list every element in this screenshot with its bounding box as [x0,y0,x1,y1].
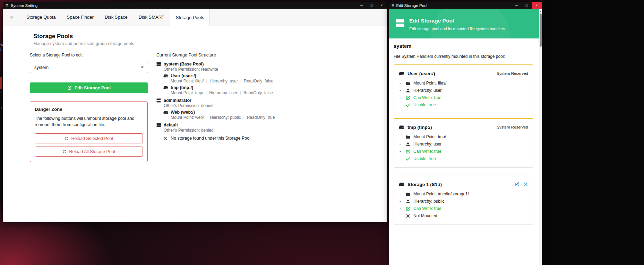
tab-space-finder[interactable]: Space Finder [61,9,99,26]
remove-handler-icon[interactable] [523,182,528,187]
folder-icon [406,135,410,139]
scroll-up-arrow-icon[interactable]: ▲ [539,9,542,13]
folder-icon [406,81,410,86]
storage-node: Web (web:/) Mount Point: web/|Hierarchy:… [163,110,275,120]
banner-subtitle: Edit storage pool and its mounted file s… [409,27,505,31]
refresh-icon [65,136,69,141]
edit-pool-content: system File System Handlers currently mo… [389,38,539,265]
pool-node-default: default Other's Permission: denied No st… [156,123,275,141]
structure-title: Current Storage Pool Structure [156,53,216,58]
close-button[interactable]: × [377,2,387,9]
storage-name: Web (web:/) [171,110,195,115]
handler-actions [515,182,528,187]
window-title: Edit Storage Pool [396,3,428,8]
page-title: Storage Pools [33,33,73,40]
storage-pool-select[interactable]: system [30,62,148,73]
pool-select-label: Select a Storage Pool to edit [30,53,83,58]
storage-details: Mount Point: web/|Hierarchy: public|Read… [171,115,275,120]
pool-name: system (Base Pool) [164,62,204,67]
hdd-icon [163,85,168,90]
separator: | [243,115,244,120]
titlebar[interactable]: ⚙ System Setting ─ □ × [3,2,387,9]
fs-handler-card-user: User (user:/) System Reserved -Mount Poi… [394,64,533,114]
tab-storage-quota[interactable]: Storage Quota [21,9,61,26]
check-icon [406,157,410,161]
handler-row: -Can Write: true [399,149,528,154]
refresh-icon [62,150,67,154]
hdd-icon [163,73,168,78]
window-title: System Setting [11,3,37,8]
pool-node-administrator: administrator Other's Permission: denied… [156,98,275,120]
separator: | [240,90,241,95]
background-panel [542,0,644,265]
handler-row: -Can Write: true [399,206,528,211]
fs-handler-card-storage1: Storage 1 (S1:/) -Mount Point: /media/st… [394,176,533,225]
edit-icon [406,149,410,154]
danger-zone-title: Danger Zone [35,107,143,112]
handler-row: -Usable: true [399,156,528,161]
edit-storage-pool-window: ≡ Edit Storage Pool ─ □ × Edit Storage P… [389,2,542,265]
system-setting-window: ⚙ System Setting ─ □ × ≡ Storage Quota S… [3,2,387,222]
danger-zone-description: The following buttons will unmount stora… [35,116,142,128]
cross-icon [163,136,168,140]
user-icon [406,88,410,93]
window-controls: ─ □ × [357,2,387,9]
page-subtitle: Manage system and permission group stora… [33,41,134,46]
fs-handler-card-tmp: tmp (tmp:/) System Reserved -Mount Point… [394,118,533,168]
handlers-description: File System Handlers currently mounted i… [394,54,533,59]
hdd-icon [399,182,404,187]
close-button[interactable]: × [532,2,542,9]
maximize-button[interactable]: □ [367,2,377,9]
storage-name: User (user:/) [171,74,196,78]
handler-row: -Hierarchy: user [399,88,528,93]
handler-row: -Mount Point: /media/storage1/ [399,192,528,196]
tab-bar: ≡ Storage Quota Space Finder Disk Space … [3,9,387,26]
minimize-button[interactable]: ─ [512,2,522,9]
menu-icon: ≡ [392,3,394,8]
tab-disk-space[interactable]: Disk Space [99,9,133,26]
desktop-label-fragment: ? [0,106,2,109]
handler-name: tmp (tmp:/) [407,125,432,130]
handler-row: -Can Write: true [399,95,528,100]
gear-icon: ⚙ [5,3,9,8]
selected-pool-value: system [34,65,49,70]
tab-disk-smart[interactable]: Disk SMART [133,9,170,26]
desktop-icon [0,77,2,89]
window-controls: ─ □ × [512,2,542,9]
pool-permission: Other's Permission: denied [164,128,275,133]
chevron-down-icon [141,67,144,68]
pool-permission: Other's Permission: readwrite [164,67,275,72]
desktop-label-fragment: . [0,90,1,94]
handler-row: -Not Mounted [399,213,528,218]
tab-storage-pools[interactable]: Storage Pools [170,9,210,26]
danger-zone-card: Danger Zone The following buttons will u… [30,101,148,162]
scrollbar-thumb[interactable] [540,14,542,47]
handler-row: -Mount Point: files/ [399,81,528,86]
edit-pool-banner: Edit Storage Pool Edit storage pool and … [389,9,542,38]
storage-name: tmp (tmp:/) [171,86,193,90]
handler-row: -Hierarchy: user [399,142,528,147]
reload-all-storage-pool-button[interactable]: Reload All Storage Pool [35,147,143,157]
edit-icon [67,86,72,90]
user-icon [406,142,410,147]
folder-icon [406,192,410,196]
minimize-button[interactable]: ─ [357,2,367,9]
maximize-button[interactable]: □ [522,2,532,9]
system-reserved-badge: System Reserved [497,71,528,76]
server-icon [156,98,161,103]
edit-storage-pool-button[interactable]: Edit Storage Pool [30,82,148,93]
server-icon [156,62,161,67]
scrollbar[interactable]: ▲ [539,9,542,265]
storage-details: Mount Point: tmp/|Hierarchy: user|ReadOn… [171,91,275,95]
titlebar[interactable]: ≡ Edit Storage Pool ─ □ × [389,2,542,9]
handler-name: User (user:/) [407,71,435,76]
menu-icon[interactable]: ≡ [3,9,21,26]
edit-icon [406,96,410,100]
reload-selected-pool-button[interactable]: Reload Selected Pool [35,133,143,143]
storage-details: Mount Point: files/|Hierarchy: user|Read… [171,79,275,83]
edit-handler-icon[interactable] [515,182,520,187]
separator: | [206,115,207,120]
server-icon [156,123,161,127]
separator: | [206,90,207,95]
cross-icon [406,214,410,218]
